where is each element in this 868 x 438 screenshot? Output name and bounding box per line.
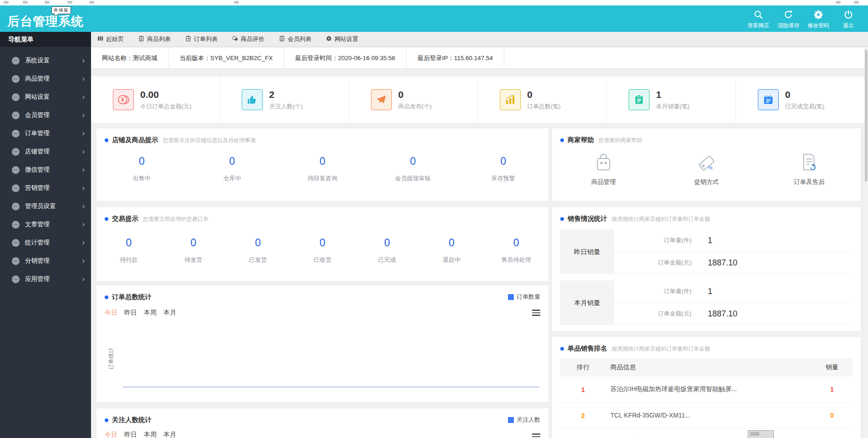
period-tab-today[interactable]: 今日 (105, 309, 117, 317)
sidebar-item-distribution-management[interactable]: 分销管理 (0, 252, 91, 270)
bullet-dot-icon (560, 347, 564, 351)
help-promotion-methods[interactable]: % 促销方式 (655, 152, 758, 186)
tip-pending-shipment[interactable]: 0待发货 (161, 237, 226, 264)
clear-cache-button[interactable]: 清除缓存 (773, 10, 803, 30)
menu-label: 订单管理 (25, 129, 50, 138)
tip-value: 0 (458, 155, 548, 168)
ellipsis-circle-icon (12, 148, 20, 156)
stat-label: 今日订单总金额(元) (140, 102, 192, 111)
logout-button[interactable]: 退出 (833, 10, 863, 30)
product-name-link[interactable]: TCL KFRd-35GW/D-XM11... (606, 412, 812, 419)
period-tab-yesterday[interactable]: 昨日 (124, 309, 137, 317)
tip-pending-payment[interactable]: 0待付款 (96, 237, 161, 264)
tab-site-settings[interactable]: 网站设置 (326, 35, 358, 43)
tab-bar: 起始页 商品列表 订单列表 商品评价 会员列表 网站设置 (91, 32, 868, 47)
help-product-management[interactable]: 商品管理 (552, 152, 655, 186)
sidebar-item-system-settings[interactable]: 系统设置 (0, 51, 91, 70)
tip-shipped[interactable]: 0已发货 (226, 237, 290, 264)
stat-month-sales[interactable]: 1本月销量(笔) (607, 76, 736, 123)
yen-coin-icon: ¥ (113, 89, 134, 110)
view-shop-button[interactable]: 查看网店 (743, 10, 773, 30)
period-tab-month[interactable]: 本月 (163, 431, 176, 438)
stat-products-published[interactable]: 0商品发布(个) (349, 76, 478, 123)
browser-icon-artifact (23, 1, 28, 4)
tip-withdrawal-review[interactable]: 0会员提现审核 (368, 155, 458, 183)
sidebar-item-article-management[interactable]: 文章管理 (0, 215, 91, 234)
tab-product-list[interactable]: 商品列表 (138, 35, 171, 43)
tip-pending-inquiries[interactable]: 0待回复咨询 (277, 155, 368, 183)
sidebar-item-admin-settings[interactable]: 管理员设置 (0, 197, 91, 215)
gear-small-icon (326, 36, 332, 43)
rank-number: 2 (560, 412, 606, 419)
sales-row-label: 订单金额(元) (614, 259, 691, 267)
sidebar-item-member-management[interactable]: 会员管理 (0, 106, 91, 124)
sidebar-item-site-settings[interactable]: 网站设置 (0, 88, 91, 106)
search-icon (753, 13, 763, 21)
period-tab-week[interactable]: 本周 (144, 431, 157, 438)
sales-block-month: 本月销量 订单量(件)1 订单金额(元)1887.10 (560, 280, 853, 325)
bullet-dot-icon (560, 138, 564, 142)
period-tab-week[interactable]: 本周 (144, 309, 157, 317)
tab-member-list[interactable]: 会员列表 (279, 35, 311, 43)
vertical-scrollbar[interactable] (864, 47, 868, 438)
browser-icon-artifact (45, 1, 50, 4)
tip-completed[interactable]: 0已完成 (355, 237, 419, 264)
stat-total-orders[interactable]: 0订单总数(笔) (478, 76, 607, 123)
stat-today-order-amount[interactable]: ¥ 0.00今日订单总金额(元) (91, 76, 220, 123)
sidebar-item-product-management[interactable]: 商品管理 (0, 70, 91, 88)
product-name-link[interactable]: 苏泊尔IH电磁加热球釜电饭煲家用智能触屏... (606, 385, 812, 393)
period-tab-month[interactable]: 本月 (163, 309, 176, 317)
tip-refunding[interactable]: 0退款中 (419, 237, 484, 264)
panel-title: 销售情况统计 (568, 214, 607, 223)
period-tab-yesterday[interactable]: 昨日 (124, 431, 137, 438)
chart-menu-icon[interactable] (532, 310, 540, 317)
browser-icon-artifact (836, 1, 841, 4)
sidebar-item-marketing-management[interactable]: 营销管理 (0, 179, 91, 197)
app-header: 商城版 后台管理系统 查看网店 清除缓存 修改密码 (0, 5, 868, 32)
sidebar-item-wechat-management[interactable]: 微信管理 (0, 161, 91, 179)
columns-icon (97, 36, 103, 43)
tip-on-sale[interactable]: 0出售中 (96, 155, 187, 183)
tip-after-sales-pending[interactable]: 0售后待处理 (484, 237, 548, 264)
tip-stock-warning[interactable]: 0库存预警 (458, 155, 548, 183)
help-label: 订单及售后 (758, 178, 861, 186)
sidebar-item-shop-management[interactable]: 店铺管理 (0, 143, 91, 161)
chart-menu-icon[interactable] (532, 433, 540, 438)
sidebar-item-order-management[interactable]: 订单管理 (0, 124, 91, 143)
gear-icon (813, 13, 823, 21)
column-rank: 排行 (560, 363, 606, 372)
scrollbar-thumb[interactable] (865, 50, 868, 182)
stat-label: 商品发布(个) (398, 102, 432, 111)
tab-order-list[interactable]: 订单列表 (185, 35, 218, 43)
tip-label: 库存预警 (458, 174, 548, 183)
last-login-ip: 最后登录IP：115.60.147.54 (406, 48, 504, 68)
svg-text:¥: ¥ (121, 97, 124, 103)
browser-strip (0, 0, 868, 5)
tip-label: 待回复咨询 (277, 174, 368, 183)
sidebar-item-statistics-management[interactable]: 统计管理 (0, 234, 91, 252)
period-tab-today[interactable]: 今日 (105, 431, 117, 438)
change-password-button[interactable]: 修改密码 (803, 10, 833, 30)
browser-icon-artifact (4, 1, 9, 4)
chevron-right-icon (82, 111, 85, 119)
tip-label: 待付款 (96, 256, 161, 264)
stat-followers[interactable]: 2关注人数(个) (220, 76, 349, 123)
browser-icon-artifact (67, 1, 72, 4)
sidebar-item-app-management[interactable]: 应用管理 (0, 270, 91, 288)
panel-title: 店铺及商品提示 (112, 136, 158, 144)
tab-product-reviews[interactable]: 商品评价 (232, 35, 264, 43)
browser-icon-artifact (234, 1, 239, 4)
tab-label: 网站设置 (335, 35, 358, 43)
tab-home[interactable]: 起始页 (97, 35, 124, 43)
chevron-right-icon (82, 129, 85, 138)
clipboard-icon (138, 36, 144, 43)
tip-in-warehouse[interactable]: 0仓库中 (187, 155, 278, 183)
logout-label: 退出 (833, 22, 863, 30)
panel-subtitle: 您需要关注的店铺信息以及待处理事项 (163, 137, 256, 144)
tip-received[interactable]: 0已收货 (290, 237, 355, 264)
stat-completed-trades[interactable]: 0已完成交易(笔) (736, 76, 864, 123)
app-title: 后台管理系统 (7, 13, 84, 30)
refresh-icon (783, 13, 793, 21)
stat-value: 0 (785, 89, 825, 100)
help-orders-after-sales[interactable]: 订单及售后 (758, 152, 861, 186)
